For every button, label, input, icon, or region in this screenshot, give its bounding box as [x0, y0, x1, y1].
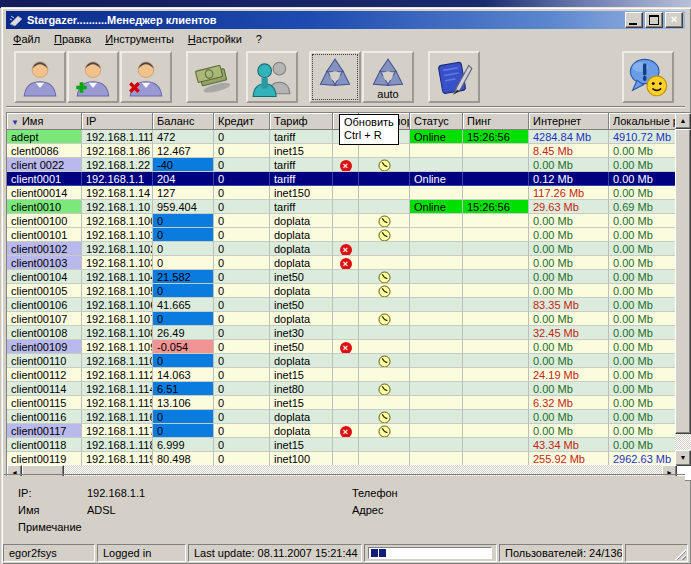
table-row[interactable]: client00100192.168.1.10000doplata0.00 Mb…: [7, 214, 676, 228]
table-row[interactable]: client00102192.168.1.10200doplata×0.00 M…: [7, 242, 676, 256]
column-header-balance[interactable]: Баланс: [153, 113, 214, 130]
cell-tariff: doplata: [270, 284, 333, 298]
cell-ip: 192.168.1.114: [82, 382, 153, 396]
cell-name: client00105: [7, 284, 82, 298]
column-header-tariff[interactable]: Тариф: [270, 113, 333, 130]
close-button[interactable]: ×: [665, 12, 683, 28]
table-row[interactable]: client00104192.168.1.10421.5820inet500.0…: [7, 270, 676, 284]
menu-item-4[interactable]: ?: [249, 31, 269, 47]
table-row[interactable]: client00114192.168.1.1146.510inet800.00 …: [7, 382, 676, 396]
cell-local: 0.00 Mb: [609, 354, 676, 368]
cell-name: client00112: [7, 368, 82, 382]
scroll-down-icon[interactable]: ▼: [675, 450, 691, 466]
table-row[interactable]: client00117192.168.1.11700doplata×0.00 M…: [7, 424, 676, 438]
menu-item-1[interactable]: Правка: [47, 31, 98, 47]
menu-item-3[interactable]: Настройки: [181, 31, 249, 47]
table-row[interactable]: client00116192.168.1.11600doplata0.00 Mb…: [7, 410, 676, 424]
cell-balance: 14.063: [153, 368, 214, 382]
cell-frozen: [359, 144, 410, 158]
cell-off: [333, 354, 359, 368]
table-row[interactable]: client 0022192.168.1.22-400tariff×0.00 M…: [7, 158, 676, 172]
table-row[interactable]: client00106192.168.1.10641.6650inet5083.…: [7, 298, 676, 312]
cell-status: [410, 410, 463, 424]
table-row[interactable]: client00014192.168.1.141270inet150117.26…: [7, 186, 676, 200]
maximize-button[interactable]: [645, 12, 663, 28]
users-group-button[interactable]: [246, 51, 298, 103]
table-row[interactable]: client00103192.168.1.10300doplata×0.00 M…: [7, 256, 676, 270]
auto-label: auto: [364, 88, 412, 100]
recycle-icon: [314, 55, 356, 99]
cell-frozen: [359, 396, 410, 410]
cell-local: 0.00 Mb: [609, 424, 676, 438]
cell-status: [410, 396, 463, 410]
column-header-ip[interactable]: IP: [82, 113, 153, 130]
user-view-button[interactable]: [14, 51, 66, 103]
column-header-status[interactable]: Статус: [410, 113, 463, 130]
table-row[interactable]: client00109192.168.1.109-0.0540inet50×0.…: [7, 340, 676, 354]
resize-grip-icon[interactable]: [673, 547, 686, 560]
cell-internet: 0.00 Mb: [529, 228, 609, 242]
cell-name: client00114: [7, 382, 82, 396]
table-row[interactable]: client00112192.168.1.11214.0630inet1524.…: [7, 368, 676, 382]
auto-refresh-button[interactable]: auto: [362, 51, 414, 103]
cell-tariff: tariff: [270, 172, 333, 186]
cell-ping: [463, 228, 529, 242]
cell-local: 0.00 Mb: [609, 410, 676, 424]
menu-item-0[interactable]: Файл: [6, 31, 47, 47]
column-header-ping[interactable]: Пинг: [463, 113, 529, 130]
vertical-scroll-thumb[interactable]: [675, 129, 691, 434]
cell-credit: 0: [214, 452, 270, 466]
cell-local: 0.00 Mb: [609, 270, 676, 284]
column-header-internet[interactable]: Интернет: [529, 113, 609, 130]
table-row[interactable]: client00107192.168.1.10700doplata0.00 Mb…: [7, 312, 676, 326]
table-row[interactable]: client00110192.168.1.11000doplata0.00 Mb…: [7, 354, 676, 368]
menu-item-2[interactable]: Инструменты: [98, 31, 181, 47]
scroll-up-icon[interactable]: ▲: [675, 113, 691, 129]
cell-local: 0.00 Mb: [609, 214, 676, 228]
notes-button[interactable]: [428, 51, 480, 103]
table-row[interactable]: client00101192.168.1.10100doplata0.00 Mb…: [7, 228, 676, 242]
cell-name: client00102: [7, 242, 82, 256]
column-header-name[interactable]: ▼Имя: [7, 113, 82, 130]
table-row[interactable]: client0001192.168.1.12040tariffOnline0.1…: [7, 172, 676, 186]
column-header-credit[interactable]: Кредит: [214, 113, 270, 130]
cell-balance: 13.106: [153, 396, 214, 410]
cell-tariff: inet150: [270, 186, 333, 200]
cell-tariff: tariff: [270, 158, 333, 172]
cell-tariff: inet15: [270, 438, 333, 452]
cell-local: 0.00 Mb: [609, 382, 676, 396]
column-header-local[interactable]: Локальные р: [609, 113, 676, 130]
cell-ip: 192.168.1.86: [82, 144, 153, 158]
table-row[interactable]: client00119192.168.1.11980.4980inet10025…: [7, 452, 676, 466]
table-row[interactable]: client00115192.168.1.11513.1060inet156.3…: [7, 396, 676, 410]
payments-button[interactable]: [186, 51, 238, 103]
disabled-icon: ×: [340, 258, 352, 270]
table-row[interactable]: clent0086192.168.1.8612.4670inet158.45 M…: [7, 144, 676, 158]
frozen-clock-icon: [378, 271, 391, 284]
vertical-scrollbar[interactable]: ▲ ▼: [675, 113, 691, 466]
cell-status: [410, 312, 463, 326]
delete-user-button[interactable]: [120, 51, 172, 103]
table-row[interactable]: client00105192.168.1.10500doplata0.00 Mb…: [7, 284, 676, 298]
table-row[interactable]: client00118192.168.1.1186.9990inet1543.3…: [7, 438, 676, 452]
cell-status: [410, 270, 463, 284]
table-row[interactable]: client0010192.168.1.10959.4040tariffOnli…: [7, 200, 676, 214]
cell-ping: [463, 270, 529, 284]
cell-name: client00106: [7, 298, 82, 312]
details-panel: IP: 192.168.1.1 Телефон Имя ADSL Адрес П…: [4, 476, 685, 542]
add-user-button[interactable]: [67, 51, 119, 103]
user-delete-icon: [125, 55, 167, 99]
cell-frozen: [359, 172, 410, 186]
messages-button[interactable]: [622, 51, 674, 103]
cell-ip: 192.168.1.111: [82, 130, 153, 144]
table-row[interactable]: client00108192.168.1.10826.490inet3032.4…: [7, 326, 676, 340]
cell-off: ×: [333, 256, 359, 270]
cell-local: 0.00 Mb: [609, 312, 676, 326]
tooltip-line1: Обновить: [344, 116, 394, 129]
toolbar: auto: [6, 47, 685, 107]
cell-balance: 0: [153, 424, 214, 438]
refresh-button[interactable]: [309, 51, 361, 103]
minimize-button[interactable]: [625, 12, 643, 28]
cell-ip: 192.168.1.1: [82, 172, 153, 186]
cell-off: [333, 228, 359, 242]
